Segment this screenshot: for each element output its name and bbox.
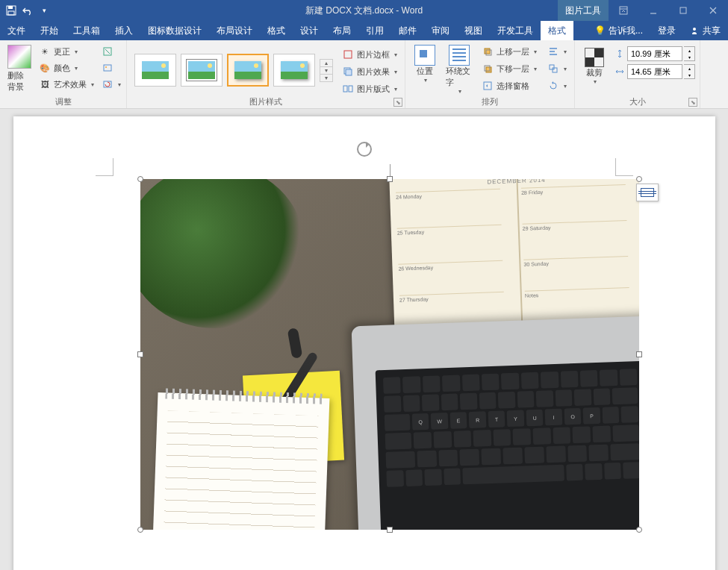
send-backward-icon bbox=[482, 63, 494, 75]
tell-me-label: 告诉我... bbox=[609, 25, 643, 37]
resize-handle-mr[interactable] bbox=[636, 351, 642, 357]
ribbon-tabs: 文件 开始 工具箱 插入 图标数据设计 布局设计 格式 设计 布局 引用 邮件 … bbox=[0, 21, 728, 40]
svg-rect-2 bbox=[8, 11, 14, 15]
margin-corner-tr bbox=[615, 158, 633, 176]
share-button[interactable]: 共享 bbox=[683, 21, 728, 40]
height-input[interactable] bbox=[627, 46, 682, 61]
artistic-effects-button[interactable]: 🖼艺术效果▾ bbox=[36, 76, 97, 93]
height-up-icon[interactable]: ▴ bbox=[684, 47, 694, 54]
position-button[interactable]: 位置▾ bbox=[410, 43, 440, 96]
resize-handle-tl[interactable] bbox=[137, 176, 143, 182]
svg-rect-15 bbox=[349, 86, 352, 92]
send-backward-button[interactable]: 下移一层▾ bbox=[479, 60, 540, 77]
svg-rect-22 bbox=[553, 68, 557, 72]
group-button[interactable]: ▾ bbox=[544, 60, 570, 77]
selected-image[interactable]: DECEMBER 2014 24 Monday 25 Tuesday 26 We… bbox=[140, 179, 639, 530]
brightness-icon: ☀ bbox=[39, 46, 51, 57]
group-icon bbox=[547, 63, 559, 75]
compress-icon bbox=[102, 46, 113, 57]
tab-file[interactable]: 文件 bbox=[0, 21, 33, 40]
tab-mail[interactable]: 邮件 bbox=[391, 21, 424, 40]
ribbon-options-icon[interactable] bbox=[609, 0, 638, 21]
resize-handle-bm[interactable] bbox=[387, 527, 393, 533]
tell-me[interactable]: 💡告诉我... bbox=[587, 21, 650, 40]
gallery-up-icon[interactable]: ▴ bbox=[320, 60, 332, 67]
remove-bg-label: 删除背景 bbox=[7, 70, 31, 93]
resize-handle-ml[interactable] bbox=[137, 351, 143, 357]
planner-day: 30 Sunday bbox=[523, 256, 628, 267]
maximize-icon[interactable] bbox=[668, 0, 698, 21]
picture-layout-button[interactable]: 图片版式▾ bbox=[339, 81, 400, 97]
gallery-more-icon[interactable]: ▾ bbox=[320, 75, 332, 81]
key: T bbox=[488, 410, 505, 428]
layout-options-button[interactable] bbox=[636, 184, 659, 201]
svg-rect-11 bbox=[344, 51, 352, 58]
style-thumb-4[interactable] bbox=[273, 54, 315, 87]
corrections-button[interactable]: ☀更正▾ bbox=[36, 43, 97, 60]
tab-layout-design[interactable]: 布局设计 bbox=[209, 21, 260, 40]
size-launcher-icon[interactable]: ⬊ bbox=[688, 98, 697, 107]
style-thumb-1[interactable] bbox=[134, 54, 176, 87]
minimize-icon[interactable] bbox=[638, 0, 668, 21]
tab-home[interactable]: 开始 bbox=[33, 21, 66, 40]
style-thumb-2[interactable] bbox=[181, 54, 223, 87]
color-button[interactable]: 🎨颜色▾ bbox=[36, 60, 97, 76]
rotate-button[interactable]: ▾ bbox=[544, 78, 570, 94]
save-icon[interactable] bbox=[4, 4, 18, 17]
crop-icon bbox=[585, 48, 604, 67]
size-group-label: 大小 bbox=[575, 96, 700, 107]
tab-review[interactable]: 审阅 bbox=[424, 21, 457, 40]
picture-border-button[interactable]: 图片边框▾ bbox=[339, 46, 400, 63]
group-picture-styles: ▴ ▾ ▾ 图片边框▾ 图片效果▾ 图片版式▾ 图片样式 ⬊ bbox=[127, 40, 405, 108]
undo-icon[interactable] bbox=[21, 4, 34, 17]
rotate-handle[interactable] bbox=[357, 142, 372, 157]
reset-picture-button[interactable]: ▾ bbox=[99, 76, 124, 93]
width-up-icon[interactable]: ▴ bbox=[684, 65, 694, 72]
tab-format[interactable]: 格式 bbox=[260, 21, 293, 40]
styles-launcher-icon[interactable]: ⬊ bbox=[393, 98, 402, 107]
document-area[interactable]: DECEMBER 2014 24 Monday 25 Tuesday 26 We… bbox=[0, 109, 728, 570]
palette-icon: 🎨 bbox=[39, 62, 51, 74]
remove-background-button[interactable]: 删除背景 bbox=[4, 43, 34, 94]
resize-handle-br[interactable] bbox=[636, 527, 642, 533]
selection-pane-button[interactable]: 选择窗格 bbox=[479, 78, 540, 94]
wrap-text-button[interactable]: 环绕文字▾ bbox=[444, 43, 474, 96]
tab-layout[interactable]: 布局 bbox=[326, 21, 358, 40]
resize-handle-tm[interactable] bbox=[387, 176, 393, 182]
svg-rect-21 bbox=[550, 65, 554, 69]
login-button[interactable]: 登录 bbox=[650, 21, 683, 40]
qat-dropdown-icon[interactable]: ▾ bbox=[37, 4, 51, 17]
close-icon[interactable] bbox=[698, 0, 728, 21]
style-thumb-3[interactable] bbox=[227, 54, 269, 87]
tab-format-active[interactable]: 格式 bbox=[541, 21, 573, 40]
planner-day: 27 Thursday bbox=[399, 292, 503, 303]
tab-references[interactable]: 引用 bbox=[358, 21, 391, 40]
height-down-icon[interactable]: ▾ bbox=[684, 54, 694, 60]
svg-rect-16 bbox=[485, 48, 490, 54]
picture-effects-button[interactable]: 图片效果▾ bbox=[339, 63, 400, 80]
gallery-scroll: ▴ ▾ ▾ bbox=[320, 59, 333, 82]
compress-pictures-button[interactable] bbox=[99, 43, 124, 60]
selection-pane-icon bbox=[482, 80, 494, 92]
adjust-group-label: 调整 bbox=[0, 96, 126, 107]
width-input[interactable] bbox=[627, 64, 682, 79]
resize-handle-bl[interactable] bbox=[137, 527, 143, 533]
key: R bbox=[468, 411, 485, 428]
tab-chartdata[interactable]: 图标数据设计 bbox=[140, 21, 209, 40]
crop-button[interactable]: 裁剪▾ bbox=[579, 46, 609, 87]
width-down-icon[interactable]: ▾ bbox=[684, 72, 694, 78]
tab-view[interactable]: 视图 bbox=[457, 21, 490, 40]
tab-toolbox[interactable]: 工具箱 bbox=[66, 21, 108, 40]
resize-handle-tr[interactable] bbox=[636, 176, 642, 182]
title-bar: ▾ 新建 DOCX 文档.docx - Word 图片工具 bbox=[0, 0, 728, 21]
gallery-down-icon[interactable]: ▾ bbox=[320, 67, 332, 75]
bring-forward-button[interactable]: 上移一层▾ bbox=[479, 43, 540, 60]
tab-developer[interactable]: 开发工具 bbox=[490, 21, 541, 40]
key: W bbox=[430, 413, 447, 430]
svg-rect-14 bbox=[343, 86, 347, 92]
tab-insert[interactable]: 插入 bbox=[108, 21, 140, 40]
key: Q bbox=[411, 413, 429, 430]
align-button[interactable]: ▾ bbox=[544, 43, 570, 60]
change-picture-button[interactable] bbox=[99, 60, 124, 76]
tab-design[interactable]: 设计 bbox=[293, 21, 326, 40]
